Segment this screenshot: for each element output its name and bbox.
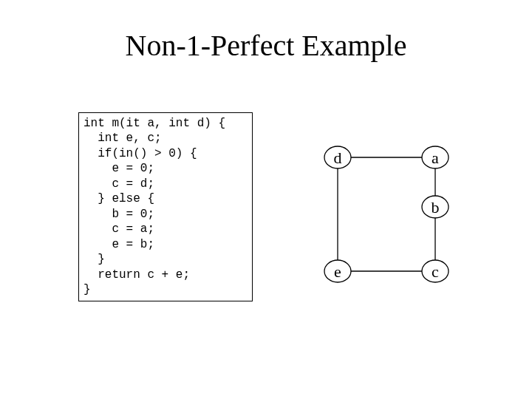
node-b-label: b: [432, 198, 440, 216]
code-block: int m(it a, int d) { int e, c; if(in() >…: [78, 112, 253, 301]
node-c-label: c: [432, 262, 439, 281]
node-c: c: [422, 260, 449, 282]
node-d: d: [324, 146, 351, 168]
node-a: a: [422, 146, 449, 168]
graph-nodes: d a b e c: [324, 146, 449, 282]
code-text: int m(it a, int d) { int e, c; if(in() >…: [83, 116, 248, 298]
node-a-label: a: [432, 149, 439, 167]
node-e: e: [324, 260, 351, 282]
node-b: b: [422, 196, 449, 218]
node-d-label: d: [334, 149, 342, 167]
slide-title: Non-1-Perfect Example: [0, 28, 532, 63]
interference-graph: d a b e c: [310, 137, 480, 307]
node-e-label: e: [334, 262, 341, 281]
graph-edges: [338, 157, 435, 271]
